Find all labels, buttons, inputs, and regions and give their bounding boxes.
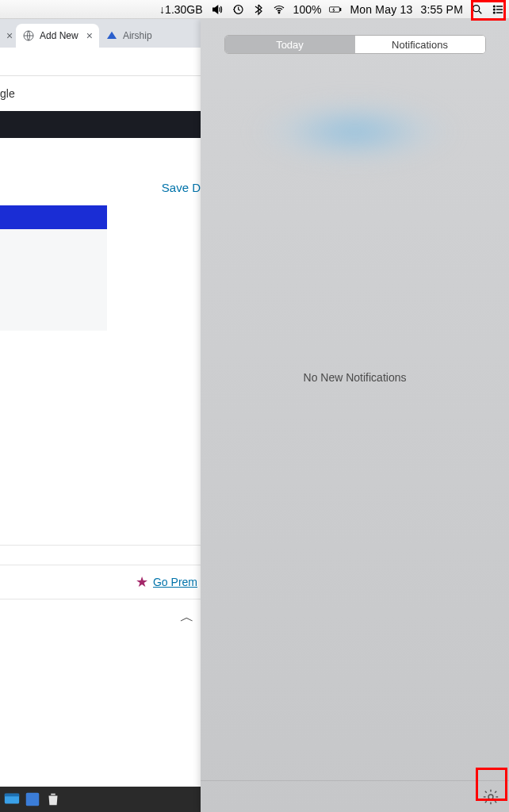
bluetooth-icon[interactable] [252,3,265,16]
tab-strip: × Add New × Airship [0,19,201,48]
notification-center-icon[interactable] [492,3,504,16]
tab-label: Airship [123,30,152,41]
trash-icon[interactable] [44,791,62,808]
tab-airship[interactable]: Airship [99,24,159,48]
nc-footer [201,780,509,812]
tab-today[interactable]: Today [225,36,355,53]
spotlight-icon[interactable] [471,3,484,16]
save-draft-link[interactable]: Save D [162,181,201,194]
svg-point-5 [493,6,495,7]
svg-rect-14 [26,793,40,806]
svg-rect-3 [340,8,341,10]
airship-favicon-icon [105,29,118,42]
svg-rect-13 [5,794,19,797]
dock-app-icon[interactable] [24,791,41,808]
main-area: × Add New × Airship gle Save D [0,19,509,812]
close-icon[interactable]: × [6,29,13,42]
star-icon: ★ [136,573,148,591]
svg-rect-2 [330,6,340,11]
chevron-up-icon[interactable]: ︿ [180,609,194,625]
blue-header-block [0,205,107,229]
dock [0,787,201,812]
nc-tab-switcher: Today Notifications [224,35,486,54]
close-icon[interactable]: × [86,29,93,42]
dark-header-bar [0,111,201,138]
page-body: gle Save D ★ Go Prem ︿ [0,76,201,812]
tab-add-new[interactable]: Add New × [16,24,99,48]
svg-point-7 [493,9,495,10]
globe-icon [22,29,35,42]
menubar: ↓1.30GB 100% Mon May 13 3:55 PM [0,0,509,19]
tab-notifications[interactable]: Notifications [355,36,485,53]
download-indicator[interactable]: ↓1.30GB [159,3,202,16]
svg-point-1 [278,12,280,13]
go-premium-link[interactable]: Go Prem [153,576,197,588]
truncated-text: gle [0,76,201,111]
no-notifications-label: No New Notifications [201,371,509,384]
battery-icon[interactable] [329,3,342,16]
time-machine-icon[interactable] [232,3,244,16]
tab-prev-close[interactable]: × [0,24,16,48]
svg-point-9 [493,12,495,13]
browser-window: × Add New × Airship gle Save D [0,19,201,812]
wifi-icon[interactable] [273,3,285,16]
svg-point-4 [473,5,480,11]
gray-panel [0,229,107,331]
tab-label: Add New [40,30,78,41]
svg-point-15 [488,795,493,799]
gear-icon[interactable] [482,788,499,806]
battery-percentage[interactable]: 100% [293,3,322,16]
menubar-date[interactable]: Mon May 13 [350,3,412,16]
menubar-time[interactable]: 3:55 PM [420,3,463,16]
nc-background-blur [201,94,509,189]
dock-app-icon[interactable] [3,791,21,808]
address-bar-area[interactable] [0,48,201,76]
volume-icon[interactable] [211,3,224,16]
notification-center-panel: Today Notifications No New Notifications [201,19,509,812]
